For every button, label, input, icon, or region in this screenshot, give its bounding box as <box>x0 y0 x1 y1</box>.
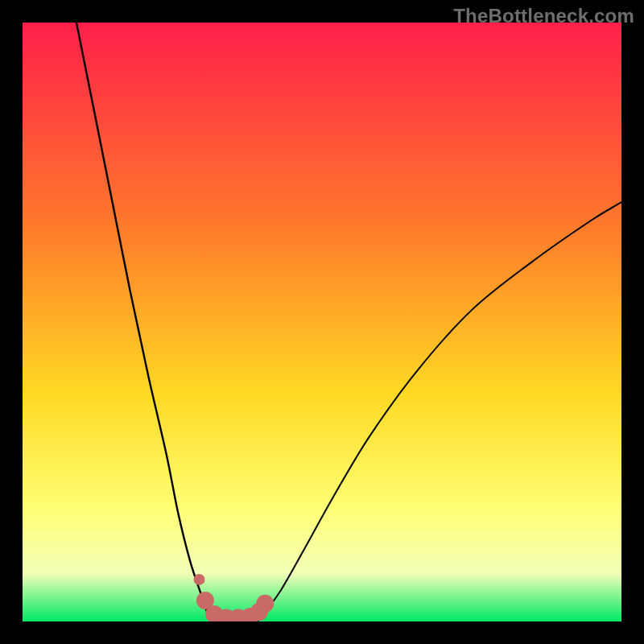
marker-dot <box>256 595 274 613</box>
chart-svg <box>23 23 621 621</box>
gradient-background <box>23 23 621 621</box>
plot-area <box>23 23 621 621</box>
marker-dot <box>193 574 204 585</box>
chart-frame: TheBottleneck.com <box>0 0 644 644</box>
